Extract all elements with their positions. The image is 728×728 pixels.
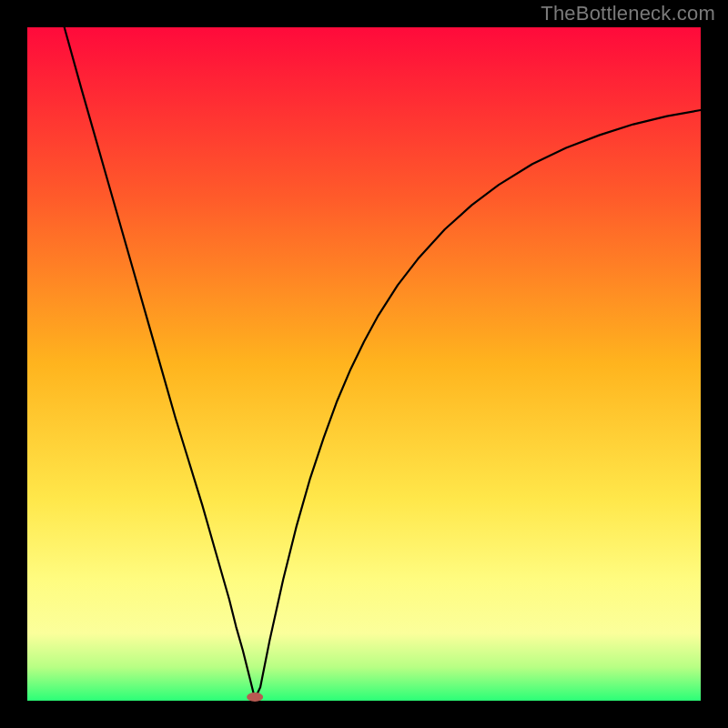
chart-frame: TheBottleneck.com — [0, 0, 728, 728]
bottleneck-chart — [0, 0, 728, 728]
plot-background — [27, 27, 701, 701]
minimum-marker — [247, 693, 263, 702]
